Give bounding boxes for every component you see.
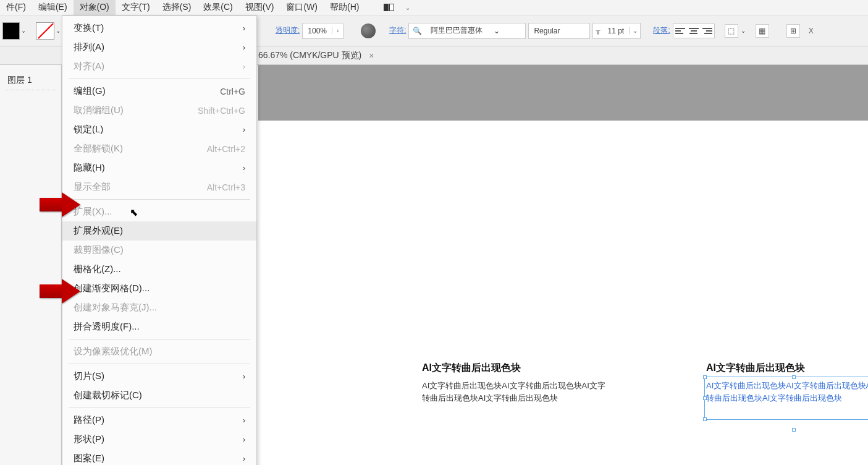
- selection-handle[interactable]: [792, 375, 796, 379]
- selection-handle[interactable]: [703, 417, 707, 421]
- menu-align: 对齐(A)›: [62, 57, 256, 76]
- annotation-arrow-icon: [40, 198, 62, 211]
- menu-crop-marks[interactable]: 创建裁切标记(C): [62, 386, 256, 405]
- menu-flatten-transparency[interactable]: 拼合透明度(F)...: [62, 317, 256, 336]
- text-body: AI文字转曲后出现色块AI文字转曲后出现色块AI文字转曲后出现色块AI文字转曲后…: [422, 380, 607, 404]
- menu-slice[interactable]: 切片(S)›: [62, 367, 256, 386]
- menu-separator: [69, 407, 250, 408]
- text-title: AI文字转曲后出现色块: [422, 362, 607, 375]
- menu-edit[interactable]: 编辑(E): [32, 0, 74, 15]
- menu-lock[interactable]: 锁定(L)›: [62, 120, 256, 139]
- menu-effect[interactable]: 效果(C): [197, 0, 238, 15]
- menu-hide[interactable]: 隐藏(H)›: [62, 158, 256, 177]
- menu-path[interactable]: 路径(P)›: [62, 411, 256, 430]
- transform-panel-icon[interactable]: ⊞: [786, 24, 800, 38]
- align-left-button[interactable]: [673, 24, 687, 38]
- layer-item[interactable]: 图层 1: [5, 71, 56, 90]
- globe-icon[interactable]: [361, 23, 376, 38]
- paragraph-label[interactable]: 段落:: [653, 25, 670, 36]
- close-tab-button[interactable]: ×: [365, 49, 377, 62]
- cursor-icon: ⬉: [130, 207, 138, 218]
- pasteboard: [258, 65, 868, 121]
- artboard[interactable]: AI文字转曲后出现色块 AI文字转曲后出现色块AI文字转曲后出现色块AI文字转曲…: [258, 121, 868, 465]
- layout-icon[interactable]: [384, 4, 394, 11]
- selection-frame[interactable]: [704, 377, 868, 420]
- x-label: X: [809, 27, 814, 35]
- menu-window[interactable]: 窗口(W): [280, 0, 324, 15]
- menu-pattern[interactable]: 图案(E)›: [62, 449, 256, 465]
- text-block-1: AI文字转曲后出现色块 AI文字转曲后出现色块AI文字转曲后出现色块AI文字转曲…: [422, 362, 607, 404]
- document-tab[interactable]: 66.67% (CMYK/GPU 预览): [258, 50, 361, 61]
- menu-rasterize[interactable]: 栅格化(Z)...: [62, 260, 256, 279]
- menu-arrange[interactable]: 排列(A)›: [62, 38, 256, 57]
- layers-panel: 图层 1: [0, 65, 62, 465]
- selection-handle[interactable]: [792, 428, 796, 432]
- menu-mosaic: 创建对象马赛克(J)...: [62, 298, 256, 317]
- selection-handle[interactable]: [703, 375, 707, 379]
- chevron-down-icon[interactable]: ⌄: [56, 27, 61, 34]
- menu-file[interactable]: 件(F): [0, 0, 32, 15]
- selection-handle[interactable]: [703, 396, 707, 400]
- object-menu-dropdown: 变换(T)› 排列(A)› 对齐(A)› 编组(G)Ctrl+G 取消编组(U)…: [62, 15, 257, 465]
- menu-transform[interactable]: 变换(T)›: [62, 19, 256, 38]
- menu-separator: [69, 339, 250, 339]
- fill-color-swatch[interactable]: [2, 22, 20, 40]
- menu-gradient-mesh[interactable]: 创建渐变网格(D)...: [62, 279, 256, 298]
- menubar: 件(F) 编辑(E) 对象(O) 文字(T) 选择(S) 效果(C) 视图(V)…: [0, 0, 868, 15]
- align-panel-icon[interactable]: ▦: [756, 24, 769, 38]
- menu-object[interactable]: 对象(O): [74, 0, 116, 15]
- menu-unlock-all: 全部解锁(K)Alt+Ctrl+2: [62, 139, 256, 158]
- align-right-button[interactable]: [701, 24, 714, 38]
- menu-separator: [69, 199, 250, 200]
- menu-expand: 扩展(X)...: [62, 202, 256, 221]
- menu-view[interactable]: 视图(V): [239, 0, 280, 15]
- opacity-label[interactable]: 透明度:: [276, 25, 300, 36]
- menu-group[interactable]: 编组(G)Ctrl+G: [62, 82, 256, 101]
- font-style-select[interactable]: Regular⌄: [528, 23, 590, 39]
- font-family-select[interactable]: 🔍 阿里巴巴普惠体 ⌄: [408, 23, 526, 39]
- menu-show-all: 显示全部Alt+Ctrl+3: [62, 177, 256, 197]
- align-center-button[interactable]: [687, 24, 701, 38]
- annotation-arrow-icon: [40, 284, 62, 298]
- stroke-none-swatch[interactable]: [36, 22, 54, 40]
- menu-shape[interactable]: 形状(P)›: [62, 430, 256, 449]
- text-size-icon: ╥: [593, 27, 602, 34]
- chevron-down-icon[interactable]: ⌄: [741, 27, 746, 34]
- menu-help[interactable]: 帮助(H): [324, 0, 365, 15]
- opacity-field[interactable]: 100%›: [302, 23, 343, 39]
- menu-expand-appearance[interactable]: 扩展外观(E): [62, 221, 256, 241]
- layout-dropdown-icon[interactable]: ⌄: [399, 2, 416, 13]
- text-title: AI文字转曲后出现色块: [706, 362, 868, 375]
- menu-ungroup: 取消编组(U)Shift+Ctrl+G: [62, 101, 256, 120]
- menu-pixel-perfect: 设为像素级优化(M): [62, 342, 256, 361]
- character-label[interactable]: 字符:: [389, 25, 406, 36]
- menu-separator: [69, 79, 250, 79]
- chevron-down-icon[interactable]: ⌄: [21, 27, 26, 34]
- menu-separator: [69, 364, 250, 364]
- search-icon: 🔍: [409, 27, 426, 35]
- menu-text[interactable]: 文字(T): [116, 0, 156, 15]
- menu-crop-image: 裁剪图像(C): [62, 241, 256, 260]
- font-size-field[interactable]: ╥ 11 pt⌄: [592, 23, 641, 39]
- 3d-icon[interactable]: ⬚: [725, 24, 738, 38]
- menu-select[interactable]: 选择(S): [156, 0, 198, 15]
